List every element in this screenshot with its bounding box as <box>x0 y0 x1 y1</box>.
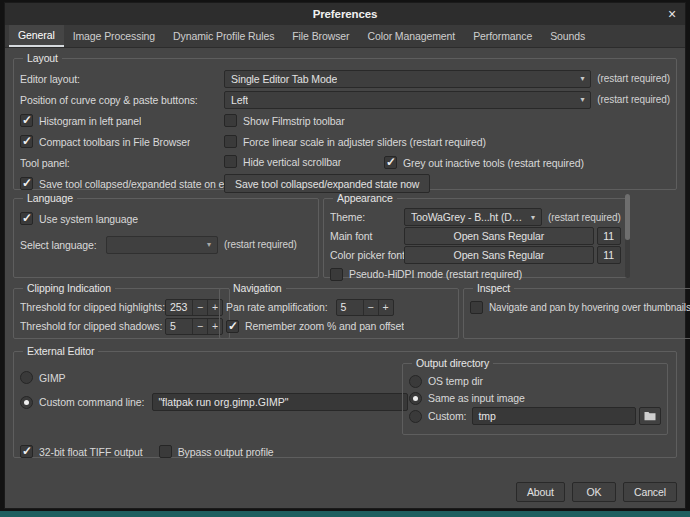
checkbox-icon <box>20 177 33 190</box>
tool-panel-row: Tool panel: Hide vertical scrollbar Grey… <box>20 153 670 172</box>
custom-dir-input[interactable] <box>472 407 636 425</box>
ok-button[interactable]: OK <box>572 482 616 502</box>
tab-general[interactable]: General <box>9 25 64 47</box>
tab-label: File Browser <box>292 30 349 42</box>
main-font-size[interactable]: 11 <box>597 227 621 245</box>
hover-navigate-row: Navigate and pan by hovering over thumbn… <box>470 298 690 316</box>
font-size-value: 11 <box>603 249 614 261</box>
increment-button[interactable]: + <box>378 300 393 315</box>
appearance-section: Appearance Theme: TooWaGrey - B...ht (De… <box>323 192 628 278</box>
gimp-radio[interactable]: GIMP <box>20 371 65 384</box>
output-directory-section: Output directory OS temp dir Same as inp… <box>402 357 668 435</box>
close-icon[interactable]: × <box>668 5 676 23</box>
radio-icon <box>409 392 422 405</box>
layout-checks-row-1: Histogram in left panel Show Filmstrip t… <box>20 111 670 130</box>
color-picker-font-size[interactable]: 11 <box>597 246 621 264</box>
curve-buttons-dropdown[interactable]: Left ▾ <box>224 91 591 109</box>
navigation-legend: Navigation <box>229 282 286 294</box>
tab-image-processing[interactable]: Image Processing <box>64 25 164 47</box>
grey-out-inactive-tools-checkbox[interactable]: Grey out inactive tools (restart require… <box>384 156 584 169</box>
remember-zoom-row: Remember zoom % and pan offset <box>226 317 452 335</box>
browse-folder-button[interactable] <box>639 407 661 425</box>
restart-note: (restart required) <box>597 94 670 105</box>
os-temp-row: OS temp dir <box>409 373 661 389</box>
editor-layout-value: Single Editor Tab Mode <box>231 73 337 85</box>
clipped-shadows-spinner[interactable]: 5 − + <box>165 318 223 335</box>
checkbox-icon <box>384 156 397 169</box>
tab-sounds[interactable]: Sounds <box>541 25 594 47</box>
checkbox-label: Use system language <box>39 213 138 225</box>
language-legend: Language <box>23 192 77 204</box>
os-temp-dir-radio[interactable]: OS temp dir <box>409 375 483 388</box>
tab-color-management[interactable]: Color Management <box>358 25 464 47</box>
chevron-down-icon: ▾ <box>531 213 535 222</box>
use-system-language-checkbox[interactable]: Use system language <box>20 212 138 225</box>
save-tool-state-on-exit-checkbox[interactable]: Save tool collapsed/expanded state on ex… <box>20 177 224 190</box>
editor-layout-dropdown[interactable]: Single Editor Tab Mode ▾ <box>224 70 591 88</box>
checkbox-label: Force linear scale in adjuster sliders (… <box>243 136 486 148</box>
inspect-section: Inspect Navigate and pan by hovering ove… <box>463 282 690 339</box>
curve-buttons-label: Position of curve copy & paste buttons: <box>20 94 224 106</box>
theme-dropdown[interactable]: TooWaGrey - B...ht (Deprecated) ▾ <box>404 208 542 226</box>
cancel-button[interactable]: Cancel <box>623 482 677 502</box>
save-tool-state-now-button[interactable]: Save tool collapsed/expanded state now <box>224 174 430 193</box>
tiff-float-output-checkbox[interactable]: 32-bit float TIFF output <box>20 445 143 458</box>
checkbox-icon <box>470 301 483 314</box>
checkbox-icon <box>224 155 237 168</box>
spinner-value: 253 <box>166 300 192 315</box>
titlebar[interactable]: Preferences × <box>5 3 685 25</box>
pan-rate-label: Pan rate amplification: <box>226 301 328 313</box>
spinner-value: 5 <box>337 300 363 315</box>
hidpi-row: Pseudo-HiDPI mode (restart required) <box>330 265 621 283</box>
select-language-dropdown[interactable]: ▾ <box>106 236 218 254</box>
spinner-value: 5 <box>166 319 192 334</box>
about-button[interactable]: About <box>516 482 565 502</box>
editor-layout-row: Editor layout: Single Editor Tab Mode ▾ … <box>20 69 670 88</box>
tab-dynamic-profile-rules[interactable]: Dynamic Profile Rules <box>164 25 283 47</box>
tab-file-browser[interactable]: File Browser <box>283 25 358 47</box>
tab-bar: General Image Processing Dynamic Profile… <box>5 25 685 48</box>
theme-label: Theme: <box>330 211 404 223</box>
pseudo-hidpi-checkbox[interactable]: Pseudo-HiDPI mode (restart required) <box>330 268 522 281</box>
radio-label: Custom command line: <box>39 396 144 408</box>
bypass-output-profile-checkbox[interactable]: Bypass output profile <box>159 445 274 458</box>
gimp-radio-row: GIMP <box>20 371 65 386</box>
remember-zoom-pan-checkbox[interactable]: Remember zoom % and pan offset <box>226 320 404 333</box>
decrement-button[interactable]: − <box>192 319 207 334</box>
pan-rate-row: Pan rate amplification: 5 − + <box>226 298 452 316</box>
hover-navigate-checkbox[interactable]: Navigate and pan by hovering over thumbn… <box>470 301 690 314</box>
decrement-button[interactable]: − <box>192 300 207 315</box>
layout-checks-row-2: Compact toolbars in File Browser Force l… <box>20 132 670 151</box>
select-language-label: Select language: <box>20 239 106 251</box>
clipped-highlights-spinner[interactable]: 253 − + <box>165 299 223 316</box>
checkbox-label: Save tool collapsed/expanded state on ex… <box>39 178 224 190</box>
scrollbar-thumb[interactable] <box>625 194 630 240</box>
hide-vertical-scrollbar-checkbox[interactable]: Hide vertical scrollbar <box>224 155 341 168</box>
external-editor-section: External Editor GIMP Custom command line… <box>13 345 677 458</box>
decrement-button[interactable]: − <box>363 300 378 315</box>
editor-layout-label: Editor layout: <box>20 73 224 85</box>
inspect-legend: Inspect <box>473 282 514 294</box>
scrollbar[interactable] <box>625 194 630 278</box>
custom-dir-row: Custom: <box>409 407 661 425</box>
checkbox-label: Navigate and pan by hovering over thumbn… <box>489 302 690 313</box>
same-as-input-radio[interactable]: Same as input image <box>409 392 525 405</box>
clipped-highlights-row: Threshold for clipped highlights: 253 − … <box>20 298 223 316</box>
custom-command-input[interactable] <box>152 393 408 411</box>
compact-toolbars-checkbox[interactable]: Compact toolbars in File Browser <box>20 135 190 148</box>
main-font-button[interactable]: Open Sans Regular <box>404 227 594 245</box>
show-filmstrip-toolbar-checkbox[interactable]: Show Filmstrip toolbar <box>224 114 345 127</box>
histogram-left-panel-checkbox[interactable]: Histogram in left panel <box>20 114 141 127</box>
same-as-input-row: Same as input image <box>409 390 661 406</box>
output-directory-legend: Output directory <box>412 357 493 369</box>
tab-performance[interactable]: Performance <box>464 25 541 47</box>
custom-dir-radio[interactable]: Custom: <box>409 410 466 423</box>
force-linear-sliders-checkbox[interactable]: Force linear scale in adjuster sliders (… <box>224 135 486 148</box>
select-language-row: Select language: ▾ (restart required) <box>20 235 312 254</box>
main-font-label: Main font <box>330 230 404 242</box>
pan-rate-spinner[interactable]: 5 − + <box>336 299 394 316</box>
color-picker-font-button[interactable]: Open Sans Regular <box>404 246 594 264</box>
radio-label: GIMP <box>39 372 65 384</box>
custom-command-radio[interactable]: Custom command line: <box>20 396 144 409</box>
checkbox-label: Pseudo-HiDPI mode (restart required) <box>349 268 522 280</box>
